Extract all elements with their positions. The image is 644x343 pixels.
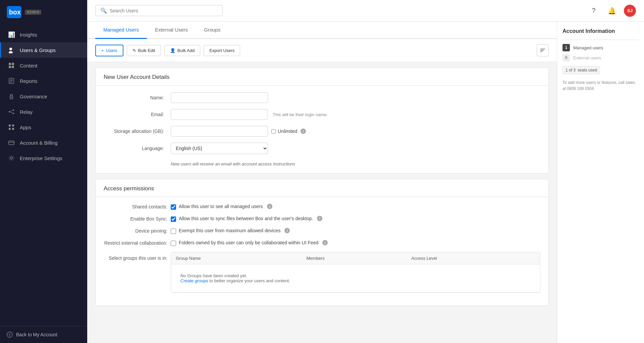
svg-line-17 [10,110,13,111]
groups-label: Select groups this user is in: [104,252,171,261]
external-users-row: 0 External users [562,54,639,61]
name-row: Name: [104,92,540,103]
language-select[interactable]: English (US) French German Spanish Japan… [171,143,268,154]
seats-badge: 1 of 3 seats used [562,66,600,74]
new-user-form-body: Name: Email: This will be their login na… [96,86,548,173]
restrict-checkbox-row: Folders owned by this user can only be c… [171,240,328,246]
bulk-add-button[interactable]: 👤 Bulk Add [164,45,200,56]
sort-icon [540,47,546,53]
email-input[interactable] [171,109,268,120]
svg-rect-7 [12,66,14,68]
sort-button[interactable] [537,44,549,56]
svg-rect-10 [10,81,13,82]
sidebar-nav: 📊 Insights Users & Groups Conte [0,24,87,326]
sidebar-item-reports[interactable]: Reports [0,73,87,89]
tab-managed-users[interactable]: Managed Users [95,21,147,39]
panel-title: Account Information [562,28,639,34]
sidebar-item-label: Users & Groups [20,47,56,53]
svg-rect-4 [9,63,11,65]
help-button[interactable]: ? [588,5,600,17]
unlimited-area: Unlimited i [271,129,306,134]
sidebar-item-relay[interactable]: Relay [0,104,87,119]
apps-icon [8,124,15,131]
groups-table-container: Group Name Members Access Level [171,252,540,293]
svg-point-13 [11,97,12,98]
tab-external-users[interactable]: External Users [147,21,196,39]
access-permissions-title: Access permissions [96,179,548,197]
sidebar-item-label: Relay [20,109,33,115]
back-arrow-icon [7,332,13,338]
sidebar-item-apps[interactable]: Apps [0,119,87,135]
svg-point-14 [9,111,10,112]
create-groups-link[interactable]: Create groups [180,278,208,283]
reports-icon [8,77,15,85]
bulk-edit-icon: ✎ [132,48,136,53]
sidebar-item-users-groups[interactable]: Users & Groups [0,42,87,58]
email-row: Email: This will be their login name. [104,109,540,120]
sales-note: To add more users or features, call sale… [562,80,639,92]
search-box: 🔍 [95,5,223,16]
export-users-button[interactable]: Export Users [204,45,240,56]
main-area: 🔍 ? 🔔 SJ Managed Users External Users Gr… [87,0,644,343]
svg-point-25 [10,157,12,159]
content-icon [8,62,15,69]
logo-area: box ADMIN [0,0,87,24]
panel-divider [562,40,639,40]
sidebar: box ADMIN 📊 Insights Users & Groups [0,0,87,343]
shared-contacts-label: Shared contacts: [104,204,171,209]
sidebar-item-governance[interactable]: Governance [0,89,87,104]
svg-rect-21 [9,128,11,130]
groups-table-body: No Groups have been created yet. Create … [171,264,540,292]
search-input[interactable] [110,8,218,13]
sidebar-item-insights[interactable]: 📊 Insights [0,27,87,42]
sidebar-item-content[interactable]: Content [0,58,87,73]
shared-contacts-row: Shared contacts: Allow this user to see … [104,204,540,210]
language-row: Language: English (US) French German Spa… [104,143,540,154]
toolbar: + Users ✎ Bulk Edit 👤 Bulk Add Export Us… [87,39,557,62]
svg-point-15 [13,109,14,111]
sidebar-item-label: Governance [20,94,47,99]
shared-contacts-checkbox-row: Allow this user to see all managed users… [171,204,272,210]
restrict-row: Restrict external collaboration: Folders… [104,240,540,246]
new-user-note: New users will receive an email with acc… [171,160,540,166]
box-sync-checkbox[interactable] [171,216,176,222]
restrict-label: Restrict external collaboration: [104,240,171,246]
managed-users-badge: 1 [562,44,570,51]
box-sync-label: Enable Box Sync: [104,216,171,222]
device-pinning-row: Device pinning: Exempt this user from ma… [104,228,540,234]
name-input[interactable] [171,92,268,103]
bulk-edit-button[interactable]: ✎ Bulk Edit [127,45,161,56]
storage-input[interactable]: 10 [171,126,268,137]
device-pinning-checkbox[interactable] [171,229,176,234]
topbar: 🔍 ? 🔔 SJ [87,0,644,21]
box-sync-checkbox-row: Allow this user to sync files between Bo… [171,216,322,222]
box-sync-row: Enable Box Sync: Allow this user to sync… [104,216,540,222]
sidebar-item-account-billing[interactable]: Account & Billing [0,135,87,150]
new-user-section: New User Account Details Name: Email: Th… [95,67,549,174]
add-users-button[interactable]: + Users [95,45,123,56]
external-users-badge: 0 [562,54,570,61]
back-to-account-button[interactable]: Back to My Account [7,332,80,338]
unlimited-label: Unlimited [278,129,297,134]
external-users-label: External users [573,55,601,60]
avatar[interactable]: SJ [624,5,636,17]
access-permissions-body: Shared contacts: Allow this user to see … [96,197,548,305]
device-pinning-checkbox-row: Exempt this user from maximum allowed de… [171,228,290,234]
sidebar-item-enterprise-settings[interactable]: Enterprise Settings [0,150,87,166]
shared-contacts-checkbox[interactable] [171,204,176,210]
tab-groups[interactable]: Groups [196,21,228,39]
sidebar-item-label: Enterprise Settings [20,155,62,161]
notifications-button[interactable]: 🔔 [606,5,618,17]
svg-point-3 [9,51,13,54]
sidebar-item-label: Apps [20,125,31,130]
svg-point-2 [9,48,12,50]
groups-empty-cell: No Groups have been created yet. Create … [171,264,540,292]
restrict-checkbox[interactable] [171,241,176,246]
managed-users-label: Managed users [573,45,603,50]
groups-row: Select groups this user is in: Group Nam… [104,252,540,293]
device-pinning-text: Exempt this user from maximum allowed de… [179,228,280,233]
governance-icon [8,93,15,100]
unlimited-checkbox[interactable] [271,129,276,134]
email-label: Email: [104,112,171,117]
box-logo-icon: box [7,6,21,18]
